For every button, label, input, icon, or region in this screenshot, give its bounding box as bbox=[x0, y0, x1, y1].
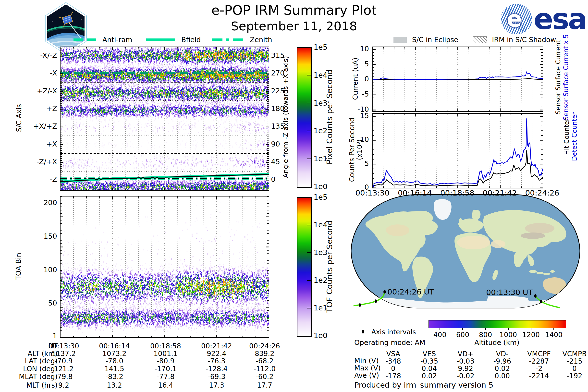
altitude-tick bbox=[462, 328, 463, 330]
legend-anti-ram: Anti-ram bbox=[102, 36, 132, 44]
ephemeris-cell: 141.5 bbox=[90, 365, 139, 373]
ephemeris-cell: 922.4 bbox=[192, 350, 241, 358]
colorbar-tick-label: 1e3 bbox=[314, 100, 328, 107]
zenith-line-swatch2 bbox=[226, 38, 229, 41]
ephemeris-cell: -76.3 bbox=[192, 357, 241, 365]
voltage-cell: 0.04 bbox=[412, 364, 446, 373]
toa-tick-label: 150 bbox=[10, 232, 57, 240]
voltage-cell: -0.35 bbox=[412, 357, 446, 365]
altitude-tick-label: 1400 bbox=[539, 331, 569, 339]
voltage-cell: -9.96 bbox=[485, 357, 520, 365]
colorbar-tick-label: 1e0 bbox=[314, 332, 328, 339]
sc-axis-tick-label: +X bbox=[10, 140, 57, 148]
voltage-cell: -2 bbox=[522, 364, 556, 373]
colorbar-tick-label: 1e2 bbox=[314, 127, 328, 134]
toa-spectrogram bbox=[60, 196, 269, 338]
angle-tick-label: 0 bbox=[271, 176, 293, 183]
voltage-cell: 0.00 bbox=[485, 372, 520, 380]
y-tick-label: 10 bbox=[338, 136, 369, 143]
colorbar-tick-label: 1e1 bbox=[314, 304, 328, 312]
angle-tick-label: 45 bbox=[271, 158, 293, 166]
sc-axis-tick-label: -X bbox=[10, 69, 57, 77]
colorbar-tick bbox=[307, 130, 311, 131]
colorbar-tick-label: 1e4 bbox=[314, 72, 328, 79]
ephemeris-cell: 1073.2 bbox=[90, 350, 139, 358]
altitude-colorbar-label: Altitude (km) bbox=[460, 339, 534, 346]
voltage-cell: 9.92 bbox=[448, 364, 483, 373]
altitude-tick bbox=[440, 328, 440, 330]
angle-tick-label: 225 bbox=[271, 87, 293, 94]
ephemeris-cell: -69.3 bbox=[192, 373, 241, 381]
zenith-line-swatch bbox=[212, 38, 222, 41]
ephemeris-cell: -79.8 bbox=[39, 373, 88, 381]
voltage-cell: -0.03 bbox=[448, 357, 483, 365]
colorbar-tick bbox=[307, 103, 311, 104]
colorbar-tick bbox=[307, 308, 311, 308]
voltage-col-header: VD- bbox=[485, 350, 520, 358]
ephemeris-cell: -70.9 bbox=[39, 357, 88, 365]
altitude-tick bbox=[531, 328, 532, 330]
voltage-cell: -215 bbox=[558, 357, 588, 365]
voltage-cell: -2214 bbox=[522, 372, 556, 380]
angle-axis-label: Angle from -Z axis (towards +X axis) bbox=[282, 41, 289, 193]
colorbar-tick-label: 1e5 bbox=[314, 44, 328, 51]
ephemeris-cell: 1001.1 bbox=[141, 350, 190, 358]
voltage-col-header: VSA bbox=[376, 350, 410, 358]
colorbar-tick-label: 1e3 bbox=[314, 249, 328, 256]
angle-tick-label: 270 bbox=[271, 69, 293, 77]
axis-interval-dot-icon bbox=[362, 330, 364, 334]
produced-by-label: Produced by irm_summary version 5 bbox=[354, 381, 494, 388]
voltage-cell: -178 bbox=[376, 372, 410, 380]
voltage-col-header: VD+ bbox=[448, 350, 483, 358]
legend-zenith: Zenith bbox=[250, 36, 272, 44]
colorbar-tick bbox=[307, 158, 311, 159]
voltage-cell: -0.02 bbox=[448, 372, 483, 380]
anti-ram-line-swatch2 bbox=[87, 38, 96, 41]
pixel-counts-colorbar bbox=[297, 47, 312, 188]
voltage-cell: 0.02 bbox=[412, 372, 446, 380]
ephemeris-cell: -78.0 bbox=[90, 357, 139, 365]
altitude-tick bbox=[485, 328, 486, 330]
ephemeris-cell: 121.2 bbox=[39, 365, 88, 373]
voltage-col-header: VMCPF bbox=[522, 350, 556, 358]
voltage-cell: -348 bbox=[376, 357, 410, 365]
ephemeris-cell: 9.2 bbox=[39, 381, 88, 389]
sc-axis-spectrogram bbox=[60, 46, 269, 191]
ephemeris-cell: 00:13:30 bbox=[39, 342, 88, 350]
sc-axis-tick-label: +Z bbox=[10, 105, 57, 112]
legend-shadow: IRM in S/C Shadow bbox=[492, 36, 556, 44]
ephemeris-cell: 17.3 bbox=[192, 381, 241, 389]
ephemeris-cell: 839.2 bbox=[240, 350, 289, 358]
voltage-col-header: VES bbox=[412, 350, 446, 358]
page-title: e-POP IRM Summary Plot bbox=[172, 2, 416, 18]
bfield-line-swatch bbox=[146, 38, 175, 41]
colorbar-tick bbox=[307, 252, 311, 253]
y-tick-label: -5 bbox=[338, 90, 369, 98]
eclipse-swatch bbox=[394, 37, 407, 43]
legend-eclipse: S/C in Eclipse bbox=[412, 36, 458, 44]
operating-mode-label: Operating mode: AM bbox=[354, 339, 425, 346]
anti-ram-line-swatch bbox=[74, 38, 83, 41]
angle-tick-label: 180 bbox=[271, 105, 293, 112]
y-tick-label: 0 bbox=[338, 75, 369, 82]
track-start-time-label: 00:13:30 UT bbox=[486, 288, 533, 297]
ephemeris-cell: 16.4 bbox=[141, 381, 190, 389]
esa-globe-icon: e bbox=[501, 4, 532, 34]
esa-globe-e: e bbox=[507, 6, 522, 32]
voltage-cell: 0 bbox=[376, 364, 410, 373]
sc-axis-tick-label: +X/+Z bbox=[10, 122, 57, 130]
ephemeris-cell: 17.7 bbox=[240, 381, 289, 389]
sc-axis-tick-label: -X/-Z bbox=[10, 52, 57, 59]
axis-intervals-label: Axis intervals bbox=[372, 328, 416, 336]
legend-bfield: Bfield bbox=[181, 36, 201, 44]
counts-right-label-blue: Detect Counter bbox=[571, 85, 578, 188]
current-right-label-black: Sensor Surface Current bbox=[554, 26, 562, 129]
voltage-cell: -2287 bbox=[522, 357, 556, 365]
ephemeris-cell: 00:16:14 bbox=[90, 342, 139, 350]
page-date: September 11, 2018 bbox=[172, 19, 416, 33]
ephemeris-cell: -68.2 bbox=[240, 357, 289, 365]
colorbar-tick bbox=[307, 280, 311, 281]
sc-axis-tick-label: -Z bbox=[10, 176, 57, 183]
ephemeris-cell: 1137.2 bbox=[39, 350, 88, 358]
ephemeris-cell: 00:18:58 bbox=[141, 342, 190, 350]
